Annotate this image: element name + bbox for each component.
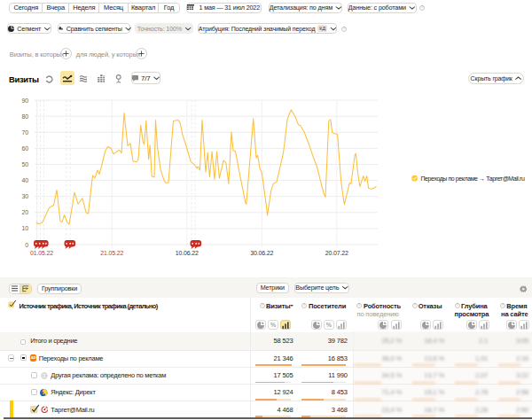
- svg-text:30: 30: [22, 193, 29, 199]
- svg-text:Переходы по рекламе → Таргет@M: Переходы по рекламе → Таргет@Mail.ru: [421, 175, 525, 183]
- svg-text:30.06.22: 30.06.22: [250, 250, 273, 256]
- svg-text:10.06.22: 10.06.22: [176, 250, 199, 256]
- svg-text:50: 50: [22, 161, 29, 167]
- svg-text:80: 80: [22, 113, 29, 120]
- svg-text:90: 90: [22, 97, 29, 104]
- svg-text:0: 0: [25, 242, 28, 248]
- svg-text:60: 60: [22, 145, 29, 152]
- svg-text:20: 20: [22, 209, 29, 215]
- svg-text:10: 10: [22, 225, 29, 231]
- svg-text:20.07.22: 20.07.22: [325, 250, 348, 256]
- svg-text:40: 40: [22, 177, 29, 183]
- svg-text:01.05.22: 01.05.22: [30, 250, 53, 256]
- svg-text:70: 70: [22, 129, 29, 136]
- svg-text:21.05.22: 21.05.22: [100, 250, 123, 256]
